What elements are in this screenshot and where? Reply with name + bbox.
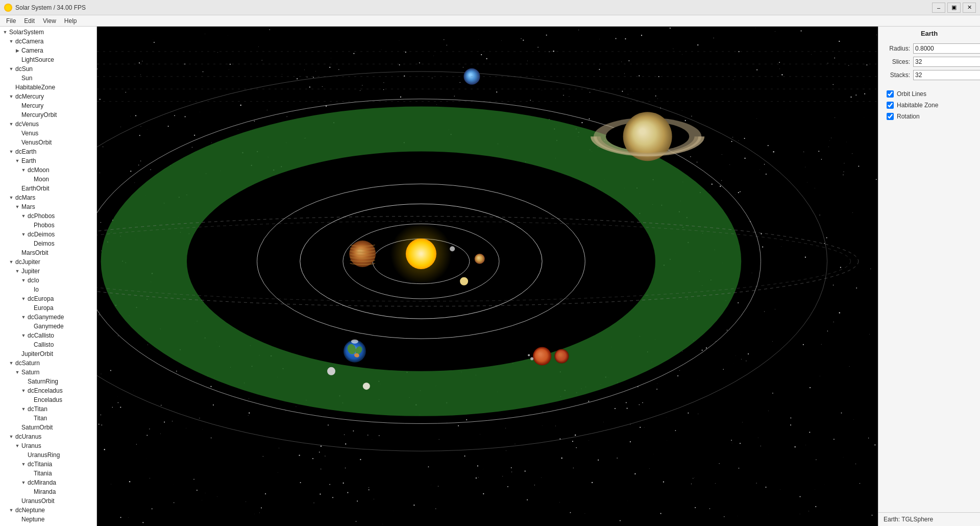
tree-item-dc-europa[interactable]: dcEuropa [0,294,96,303]
tree-item-dc-jupiter[interactable]: dcJupiter [0,257,96,267]
tree-label-dc-sun: dcSun [14,65,33,73]
tree-item-europa[interactable]: Europa [0,303,96,313]
tree-item-dc-neptune[interactable]: dcNeptune [0,506,96,515]
minimize-button[interactable]: – [932,3,945,13]
tree-item-dc-phobos[interactable]: dcPhobos [0,211,96,221]
tree-item-dc-titania[interactable]: dcTitania [0,460,96,469]
stacks-input[interactable] [913,70,980,80]
menu-file[interactable]: File [2,16,20,26]
sidebar-scroll[interactable]: SolarSystemdcCameraCameraLightSourcedcSu… [0,27,96,526]
tree-arrow-dc-mars [8,195,14,201]
tree-item-uranus-orbit[interactable]: UranusOrbit [0,496,96,506]
tree-item-dc-mercury[interactable]: dcMercury [0,92,96,101]
tree-item-dc-mars[interactable]: dcMars [0,193,96,202]
tree-item-dc-camera[interactable]: dcCamera [0,37,96,46]
maximize-button[interactable]: ▣ [947,3,961,13]
tree-item-dc-earth[interactable]: dcEarth [0,147,96,156]
tree-item-venus-orbit[interactable]: VenusOrbit [0,138,96,147]
menu-view[interactable]: View [39,16,60,26]
tree-item-dc-ganymede[interactable]: dcGanymede [0,313,96,322]
tree-label-dc-io: dcIo [27,277,39,284]
radius-input[interactable] [913,43,980,54]
tree-arrow-dc-saturn [8,360,14,366]
menu-edit[interactable]: Edit [20,16,39,26]
tree-label-dc-enceladus: dcEnceladus [27,387,63,394]
tree-item-mars-orbit[interactable]: MarsOrbit [0,248,96,257]
tree-label-moon: Moon [33,176,49,183]
tree-label-titania: Titania [33,470,52,477]
tree-item-mercury[interactable]: Mercury [0,101,96,110]
tree-item-titan[interactable]: Titan [0,414,96,423]
tree-label-deimos: Deimos [33,240,55,247]
tree-item-dc-sun[interactable]: dcSun [0,64,96,74]
tree-label-dc-camera: dcCamera [14,38,43,45]
tree-arrow-dc-earth [8,149,14,155]
tree-label-jupiter: Jupiter [20,268,40,275]
tree-item-light-source[interactable]: LightSource [0,55,96,64]
tree-item-phobos[interactable]: Phobos [0,221,96,230]
tree-item-dc-uranus[interactable]: dcUranus [0,432,96,441]
tree-arrow-earth [14,158,20,164]
tree-label-titan: Titan [33,415,47,422]
tree-label-light-source: LightSource [20,56,54,63]
tree-item-jupiter[interactable]: Jupiter [0,267,96,276]
tree-item-dc-enceladus[interactable]: dcEnceladus [0,386,96,395]
rotation-row[interactable]: Rotation [887,113,972,120]
habitable-zone-checkbox[interactable] [887,102,894,109]
tree-item-dc-io[interactable]: dcIo [0,276,96,285]
tree-label-dc-titania: dcTitania [27,461,52,468]
tree-item-io[interactable]: Io [0,285,96,294]
tree-item-ganymede[interactable]: Ganymede [0,322,96,331]
habitable-zone-row[interactable]: Habitable Zone [887,102,972,109]
close-button[interactable]: ✕ [963,3,976,13]
tree-label-callisto: Callisto [33,341,54,348]
tree-label-dc-uranus: dcUranus [14,433,41,440]
tree-item-dc-titan[interactable]: dcTitan [0,404,96,414]
orbit-lines-row[interactable]: Orbit Lines [887,90,972,98]
tree-item-dc-moon[interactable]: dcMoon [0,165,96,175]
menu-help[interactable]: Help [60,16,81,26]
tree-item-titania[interactable]: Titania [0,469,96,478]
tree-item-venus[interactable]: Venus [0,129,96,138]
tree-item-jupiter-orbit[interactable]: JupiterOrbit [0,349,96,358]
tree-arrow-camera [14,47,20,54]
tree-arrow-dc-mercury [8,93,14,100]
tree-label-venus: Venus [20,130,38,137]
tree-item-deimos[interactable]: Deimos [0,239,96,248]
tree-item-dc-callisto[interactable]: dcCallisto [0,331,96,340]
tree-label-miranda: Miranda [33,488,56,495]
tree-item-saturn-orbit[interactable]: SaturnOrbit [0,423,96,432]
tree-item-enceladus[interactable]: Enceladus [0,395,96,404]
viewport[interactable] [97,27,878,526]
tree-arrow-dc-deimos [20,231,27,237]
tree-item-camera[interactable]: Camera [0,46,96,55]
tree-label-io: Io [33,286,39,293]
tree-item-dc-venus[interactable]: dcVenus [0,119,96,129]
tree-item-callisto[interactable]: Callisto [0,340,96,349]
tree-label-sun: Sun [20,75,32,82]
tree-arrow-dc-jupiter [8,259,14,265]
slices-input[interactable] [913,57,980,67]
tree-item-moon[interactable]: Moon [0,175,96,184]
tree-item-uranus-ring[interactable]: UranusRing [0,450,96,460]
tree-item-dc-saturn[interactable]: dcSaturn [0,358,96,368]
tree-label-mercury: Mercury [20,102,43,109]
tree-item-uranus[interactable]: Uranus [0,441,96,450]
tree-item-earth-orbit[interactable]: EarthOrbit [0,184,96,193]
tree-item-saturn[interactable]: Saturn [0,368,96,377]
tree-item-mars[interactable]: Mars [0,202,96,211]
tree-item-dc-deimos[interactable]: dcDeimos [0,230,96,239]
tree-item-mercury-orbit[interactable]: MercuryOrbit [0,110,96,119]
stacks-label: Stacks: [885,71,910,79]
tree-item-saturn-ring[interactable]: SaturnRing [0,377,96,386]
tree-item-earth[interactable]: Earth [0,156,96,165]
orbit-lines-checkbox[interactable] [887,90,894,98]
rotation-checkbox[interactable] [887,113,894,120]
tree-item-neptune[interactable]: Neptune [0,515,96,524]
tree-item-solar-system[interactable]: SolarSystem [0,28,96,37]
tree-item-miranda[interactable]: Miranda [0,487,96,496]
tree-item-dc-miranda[interactable]: dcMiranda [0,478,96,487]
tree-label-uranus-ring: UranusRing [27,451,60,459]
tree-item-habitable-zone[interactable]: HabitableZone [0,83,96,92]
tree-item-sun[interactable]: Sun [0,74,96,83]
